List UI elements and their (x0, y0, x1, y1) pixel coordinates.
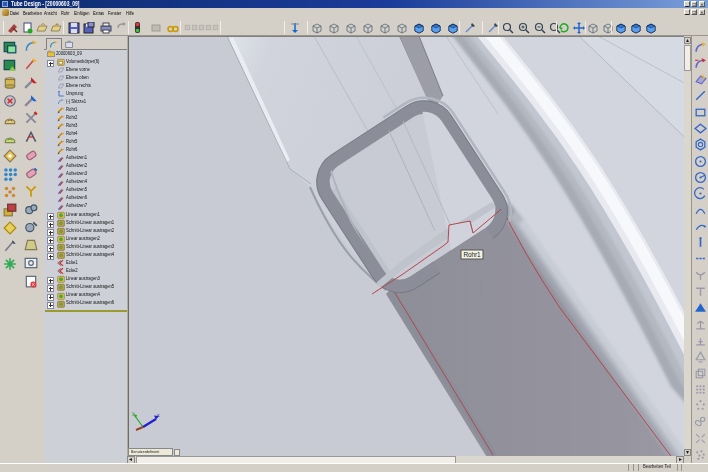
svg-text:Rohr1: Rohr1 (464, 251, 481, 258)
